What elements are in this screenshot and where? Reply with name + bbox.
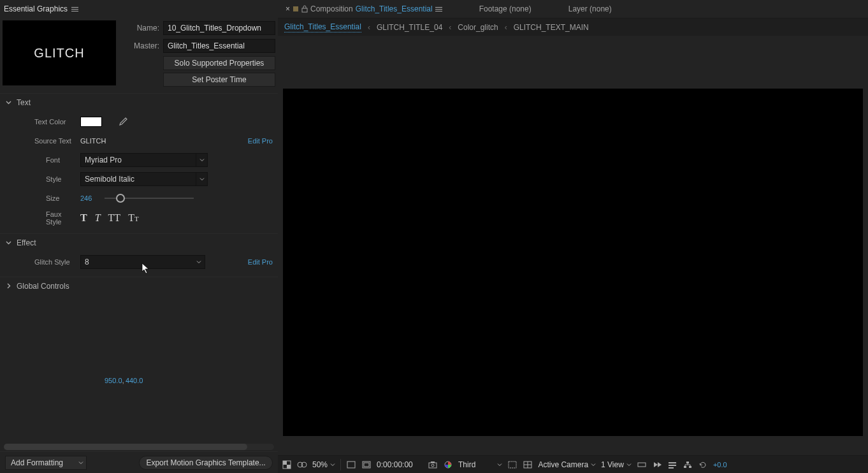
style-label: Style: [5, 175, 71, 183]
composition-tab-bar: × Composition Glitch_Titles_Essential Fo…: [278, 0, 868, 18]
edit-properties-link[interactable]: Edit Pro: [248, 137, 273, 145]
slider-thumb[interactable]: [116, 194, 125, 203]
scrollbar-thumb[interactable]: [4, 444, 247, 450]
layer-marker-icon: [293, 6, 299, 12]
chevron-left-icon[interactable]: ‹: [449, 23, 451, 32]
master-label: Master:: [121, 41, 159, 50]
svg-point-6: [301, 462, 307, 467]
fast-preview-icon[interactable]: [652, 460, 662, 470]
breadcrumb-item[interactable]: Color_glitch: [458, 23, 498, 32]
safe-zones-icon[interactable]: [361, 460, 372, 470]
svg-rect-21: [669, 467, 674, 469]
text-color-label: Text Color: [5, 118, 71, 126]
flowchart-icon[interactable]: [683, 460, 693, 470]
group-header-effect[interactable]: Effect: [0, 233, 278, 251]
set-poster-time-button[interactable]: Set Poster Time: [163, 73, 275, 87]
svg-rect-18: [638, 463, 646, 467]
view-count-select[interactable]: 1 View: [601, 460, 632, 469]
chevron-down-icon: [196, 154, 207, 166]
source-text-label: Source Text: [5, 137, 71, 145]
add-formatting-select[interactable]: Add Formatting: [5, 456, 87, 470]
faux-style-label: Faux Style: [5, 210, 71, 226]
alpha-toggle-icon[interactable]: [282, 460, 292, 470]
chevron-left-icon[interactable]: ‹: [368, 23, 370, 32]
chevron-right-icon: [5, 283, 11, 289]
text-color-swatch[interactable]: [80, 117, 102, 127]
small-caps-button[interactable]: TT: [128, 213, 139, 223]
timeline-icon[interactable]: [667, 460, 677, 470]
essential-graphics-header: Essential Graphics: [0, 0, 278, 18]
close-icon[interactable]: ×: [286, 4, 290, 13]
master-input[interactable]: [163, 39, 275, 53]
edit-properties-link[interactable]: Edit Pro: [248, 258, 273, 266]
panel-title: Essential Graphics: [4, 4, 68, 13]
solo-properties-button[interactable]: Solo Supported Properties: [163, 56, 275, 70]
font-label: Font: [5, 156, 71, 164]
panel-menu-icon[interactable]: [71, 7, 78, 11]
breadcrumb-item[interactable]: GLITCH_TEXT_MAIN: [514, 23, 589, 32]
faux-italic-button[interactable]: T: [95, 213, 101, 223]
snapshot-icon[interactable]: [428, 460, 438, 470]
chevron-down-icon: [196, 173, 207, 186]
current-time-input[interactable]: [377, 460, 423, 469]
font-size-value[interactable]: 246: [80, 194, 92, 202]
svg-rect-22: [686, 462, 689, 463]
svg-rect-12: [431, 462, 435, 463]
poster-thumbnail[interactable]: GLITCH: [3, 20, 116, 85]
camera-select[interactable]: Active Camera: [538, 460, 596, 469]
resolution-icon[interactable]: [346, 460, 356, 470]
chevron-down-icon: [5, 240, 11, 246]
exposure-value[interactable]: +0.0: [713, 461, 727, 469]
svg-rect-0: [293, 6, 298, 11]
tab-layer[interactable]: Layer (none): [565, 0, 616, 18]
mask-toggle-icon[interactable]: [297, 460, 307, 470]
chevron-down-icon: [193, 256, 205, 268]
svg-rect-9: [364, 463, 369, 467]
coord-x-value[interactable]: 950.0: [105, 377, 122, 384]
svg-rect-19: [669, 462, 676, 463]
font-style-select[interactable]: Semibold Italic: [80, 172, 208, 186]
svg-point-11: [431, 464, 434, 467]
chevron-down-icon: [78, 460, 83, 465]
viewer-footer: 50% Third Active Camera: [278, 455, 868, 473]
roi-icon[interactable]: [507, 460, 517, 470]
zoom-select[interactable]: 50%: [312, 460, 335, 469]
breadcrumb-item[interactable]: Glitch_Titles_Essential: [284, 22, 361, 33]
breadcrumb-item[interactable]: GLITCH_TITLE_04: [377, 23, 442, 32]
composition-name-link[interactable]: Glitch_Titles_Essential: [356, 4, 433, 13]
composition-viewer[interactable]: [278, 36, 868, 455]
name-label: Name:: [121, 24, 159, 33]
pixel-aspect-icon[interactable]: [637, 460, 647, 470]
tab-footage[interactable]: Footage (none): [475, 0, 535, 18]
horizontal-scrollbar[interactable]: [4, 444, 274, 450]
show-channel-icon[interactable]: [443, 460, 453, 470]
coord-y-value[interactable]: 440.0: [126, 377, 143, 384]
eyedropper-icon[interactable]: [119, 117, 127, 126]
glitch-style-label: Glitch Style: [5, 258, 71, 266]
svg-rect-10: [429, 463, 437, 468]
chevron-down-icon: [5, 99, 11, 106]
group-header-text[interactable]: Text: [0, 93, 278, 111]
cursor-icon: [141, 263, 150, 274]
export-mogrt-button[interactable]: Export Motion Graphics Template...: [139, 456, 273, 470]
panel-menu-icon[interactable]: [435, 7, 442, 11]
group-header-global[interactable]: Global Controls: [0, 277, 278, 295]
source-text-value: GLITCH: [80, 137, 106, 145]
chevron-left-icon[interactable]: ‹: [505, 23, 507, 32]
all-caps-button[interactable]: TT: [108, 213, 121, 223]
tab-composition[interactable]: × Composition Glitch_Titles_Essential: [282, 0, 446, 18]
lock-icon[interactable]: [301, 5, 308, 13]
svg-rect-4: [287, 465, 291, 469]
faux-bold-button[interactable]: T: [80, 213, 87, 223]
reset-exposure-icon[interactable]: [698, 460, 708, 470]
svg-rect-24: [689, 466, 691, 468]
svg-rect-3: [283, 461, 287, 465]
grid-icon[interactable]: [523, 460, 533, 470]
svg-rect-20: [669, 465, 676, 466]
size-label: Size: [5, 194, 71, 202]
quality-select[interactable]: Third: [458, 460, 502, 469]
viewer-canvas: [283, 89, 863, 436]
font-select[interactable]: Myriad Pro: [80, 153, 208, 167]
font-size-slider[interactable]: [105, 198, 194, 199]
name-input[interactable]: [163, 21, 275, 35]
